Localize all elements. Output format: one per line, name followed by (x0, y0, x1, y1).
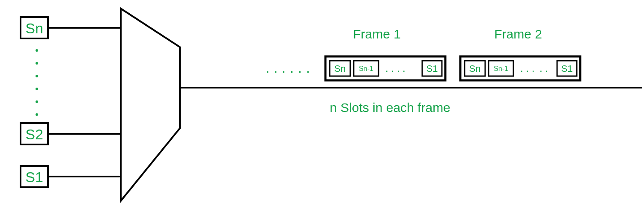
frame2-inner-ellipsis-2: . . (540, 62, 548, 74)
source-label-s2: S2 (25, 126, 43, 142)
svg-point-7 (36, 62, 38, 65)
multiplexer-shape (121, 9, 180, 201)
svg-point-9 (36, 88, 38, 90)
svg-point-10 (36, 100, 38, 103)
frame2-inner-ellipsis: . . . (520, 62, 534, 74)
frame2-slot-sn1: Sn-1 (494, 65, 508, 72)
source-ellipsis-dots (36, 49, 38, 116)
frame2-box: Sn Sn-1 . . . . . S1 (460, 56, 580, 80)
frame1-slot-sn: Sn (334, 63, 346, 74)
svg-point-8 (36, 75, 38, 77)
frames-caption: n Slots in each frame (330, 100, 450, 115)
frame1-slot-s1: S1 (426, 63, 438, 74)
frame1-inner-ellipsis: . . . . (385, 62, 405, 74)
frame1-slot-sn1: Sn-1 (359, 65, 373, 72)
svg-point-11 (36, 113, 38, 116)
source-label-s1: S1 (25, 169, 43, 185)
source-box-s2: S2 (21, 123, 121, 144)
frame2-slot-sn: Sn (469, 63, 481, 74)
frame2-label: Frame 2 (494, 27, 542, 41)
tdm-diagram: Sn S2 S1 . . . . . . Frame 1 Sn Sn-1 . .… (0, 0, 644, 218)
source-box-sn: Sn (21, 17, 121, 38)
pre-frame-ellipsis: . . . . . . (265, 59, 310, 76)
frame1-label: Frame 1 (353, 27, 401, 41)
svg-point-6 (36, 49, 38, 52)
frame2-slot-s1: S1 (561, 63, 573, 74)
source-label-sn: Sn (25, 20, 43, 36)
source-box-s1: S1 (21, 166, 121, 187)
frame1-box: Sn Sn-1 . . . . S1 (325, 56, 445, 80)
